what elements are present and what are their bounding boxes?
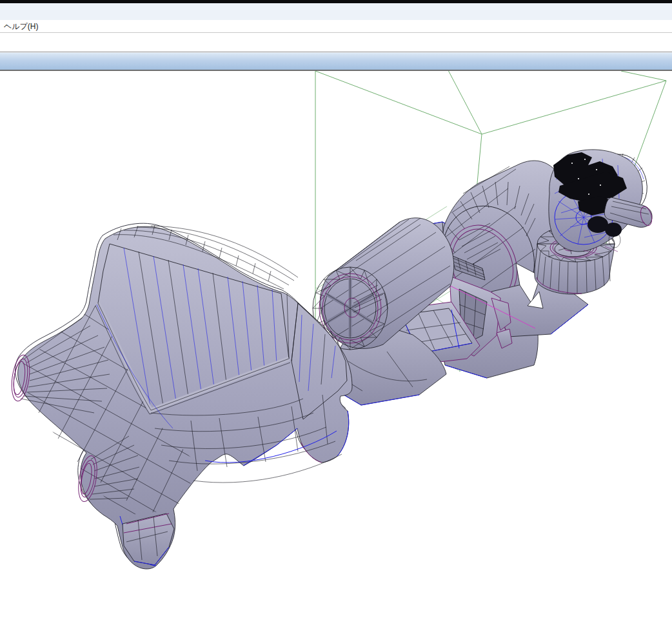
menu-help[interactable]: ヘルプ(H) <box>0 21 43 32</box>
application-window: ヘルプ(H) <box>0 0 672 638</box>
viewport-3d[interactable] <box>0 71 672 638</box>
window-caption-area <box>0 3 672 21</box>
engine-assembly[interactable] <box>549 147 655 254</box>
toolbar-empty-row <box>0 33 672 52</box>
toolbar-band[interactable] <box>0 52 672 71</box>
car-body-shell[interactable] <box>9 223 352 569</box>
menu-bar: ヘルプ(H) <box>0 21 672 33</box>
